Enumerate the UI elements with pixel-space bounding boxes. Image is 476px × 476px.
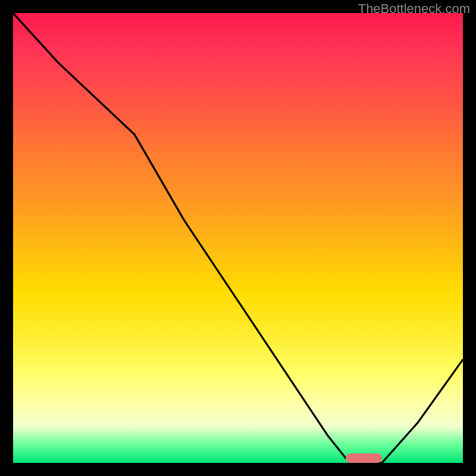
watermark-text: TheBottleneck.com bbox=[358, 1, 470, 17]
minimum-marker bbox=[346, 453, 381, 463]
chart-curve bbox=[13, 13, 463, 463]
